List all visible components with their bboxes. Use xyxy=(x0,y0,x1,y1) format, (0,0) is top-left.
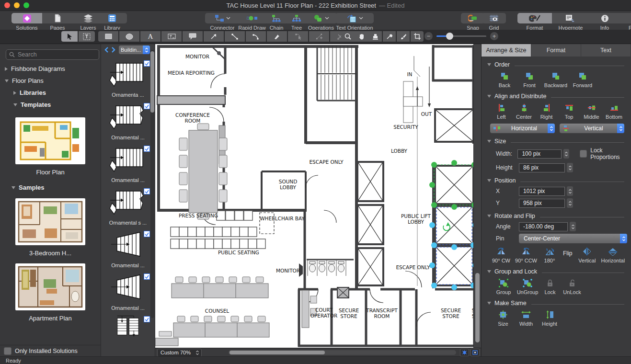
rotate-ccw-button[interactable]: 90° CCW xyxy=(513,247,539,263)
flip-horizontal-button[interactable]: Horizontal xyxy=(599,247,627,263)
library-shape[interactable] xyxy=(101,315,155,346)
unlock-button[interactable]: UnLock xyxy=(560,279,584,295)
y-input[interactable]: 958 pix xyxy=(519,199,565,208)
curve-tool[interactable] xyxy=(246,31,266,42)
height-input[interactable]: 86 pix xyxy=(519,163,565,172)
grid-button[interactable]: Grid xyxy=(482,13,506,31)
disclosure-icon[interactable] xyxy=(487,215,491,217)
zoom-in-button[interactable]: + xyxy=(490,32,498,40)
canvas-vscrollbar[interactable] xyxy=(473,44,481,348)
disclosure-icon[interactable] xyxy=(487,179,491,182)
distribute-horizontal-select[interactable]: Horizontal xyxy=(490,124,555,133)
brush-tool[interactable] xyxy=(397,31,410,42)
zoom-out-button[interactable]: − xyxy=(424,32,433,40)
text-orientation-button[interactable]: Text Orientation xyxy=(335,13,374,31)
library-shape[interactable]: Ornamental ... xyxy=(101,273,155,311)
node-edit-tool[interactable] xyxy=(288,31,308,42)
library-shape[interactable]: Ornamental ... xyxy=(101,102,155,141)
angle-input[interactable]: -180.00 deg xyxy=(519,222,568,231)
template-floor-plan[interactable]: Floor Plan xyxy=(0,117,101,176)
shape-checkbox[interactable] xyxy=(144,60,150,67)
select-tool[interactable] xyxy=(61,31,78,42)
search-input[interactable] xyxy=(17,51,96,58)
group-button[interactable]: Group xyxy=(492,279,515,295)
pan-tool[interactable] xyxy=(355,31,368,42)
shape-checkbox[interactable] xyxy=(144,231,150,237)
y-stepper[interactable] xyxy=(567,198,573,208)
disclosure-icon[interactable] xyxy=(13,91,16,95)
align-bottom-button[interactable]: Bottom xyxy=(603,103,625,120)
prev-library-button[interactable] xyxy=(103,46,109,53)
disclosure-icon[interactable] xyxy=(5,80,9,82)
sidebar-item-templates[interactable]: Templates xyxy=(0,99,101,111)
flip-vertical-button[interactable]: Vertical xyxy=(575,247,599,263)
order-front-button[interactable]: Front xyxy=(517,72,542,88)
make-same-height-button[interactable]: Height xyxy=(538,310,561,327)
drawing-canvas[interactable]: MONITORMEDIA REPORTINGCONFERENCE ROOMINO… xyxy=(155,44,481,357)
make-same-size-button[interactable]: Size xyxy=(492,310,514,327)
snap-button[interactable]: Snap xyxy=(461,13,485,31)
zoom-slider-knob[interactable] xyxy=(446,33,453,40)
rapid-draw-button[interactable]: Rapid Draw xyxy=(236,13,268,31)
callout-tool[interactable] xyxy=(183,31,203,42)
disclosure-icon[interactable] xyxy=(487,302,491,305)
add-node-tool[interactable] xyxy=(309,31,329,42)
disclosure-icon[interactable] xyxy=(11,186,15,189)
operations-button[interactable]: Operations xyxy=(305,13,337,31)
disclosure-icon[interactable] xyxy=(13,103,17,106)
pages-button[interactable]: Pages xyxy=(42,13,73,31)
rotate-180-button[interactable]: 180° xyxy=(539,247,560,263)
shape-checkbox[interactable] xyxy=(144,103,150,109)
vscroll-thumb[interactable] xyxy=(475,273,480,342)
width-input[interactable]: 100 pix xyxy=(517,149,561,159)
crop-tool[interactable] xyxy=(411,31,424,42)
ungroup-button[interactable]: UnGroup xyxy=(515,279,540,295)
solutions-button[interactable]: Solutions xyxy=(11,13,42,31)
ellipse-tool[interactable] xyxy=(119,31,139,42)
fullscreen-button[interactable] xyxy=(23,2,29,8)
align-right-button[interactable]: Right xyxy=(535,103,558,120)
angle-stepper[interactable] xyxy=(570,222,576,231)
rectangle-tool[interactable] xyxy=(98,31,118,42)
sidebar-item-libraries[interactable]: Libraries xyxy=(0,87,101,99)
tab-text[interactable]: Text xyxy=(581,44,631,57)
close-button[interactable] xyxy=(4,2,10,8)
library-shape[interactable]: Ornamental ... xyxy=(101,230,155,269)
library-scrollbar[interactable] xyxy=(150,50,154,318)
order-backward-button[interactable]: Backward xyxy=(542,72,570,88)
stamp-tool[interactable] xyxy=(369,31,382,42)
disclosure-icon[interactable] xyxy=(5,67,8,71)
canvas-hscrollbar[interactable] xyxy=(229,350,456,355)
align-left-button[interactable]: Left xyxy=(490,103,513,120)
sample-3-bedroom[interactable]: 3-Bedroom H... xyxy=(0,198,101,257)
width-stepper[interactable] xyxy=(563,149,569,159)
search-box[interactable] xyxy=(6,49,99,60)
distribute-vertical-select[interactable]: Vertical xyxy=(560,124,624,133)
align-center-button[interactable]: Center xyxy=(513,103,535,120)
align-middle-button[interactable]: Middle xyxy=(580,103,603,120)
format-button[interactable]: Format xyxy=(517,13,552,31)
tab-arrange-size[interactable]: Arrange & Size xyxy=(482,44,531,57)
lock-button[interactable]: Lock xyxy=(540,279,560,295)
library-shape[interactable]: Ornamental ... xyxy=(101,145,155,183)
order-forward-button[interactable]: Forward xyxy=(570,72,596,88)
disclosure-icon[interactable] xyxy=(487,95,491,98)
info-button[interactable]: Info xyxy=(589,13,620,31)
minimize-button[interactable] xyxy=(14,2,20,8)
next-library-button[interactable] xyxy=(111,46,116,53)
shape-checkbox[interactable] xyxy=(144,188,150,194)
sample-apartment[interactable]: Apartment Plan xyxy=(0,263,101,322)
actual-size-button[interactable] xyxy=(470,349,480,356)
library-select[interactable]: Buildin... xyxy=(119,46,150,54)
x-input[interactable]: 1012 pix xyxy=(519,187,565,196)
align-top-button[interactable]: Top xyxy=(558,103,580,120)
text-block-tool[interactable] xyxy=(161,31,182,42)
arrow-tool[interactable] xyxy=(204,31,224,42)
zoom-tool[interactable] xyxy=(341,31,354,42)
apartment-thumbnail[interactable] xyxy=(15,263,85,310)
connector-button[interactable]: Connector xyxy=(205,13,240,31)
floor-plan-thumbnail[interactable] xyxy=(15,117,85,164)
order-back-button[interactable]: Back xyxy=(492,72,517,88)
x-stepper[interactable] xyxy=(567,186,573,196)
only-installed-checkbox[interactable] xyxy=(4,347,11,355)
